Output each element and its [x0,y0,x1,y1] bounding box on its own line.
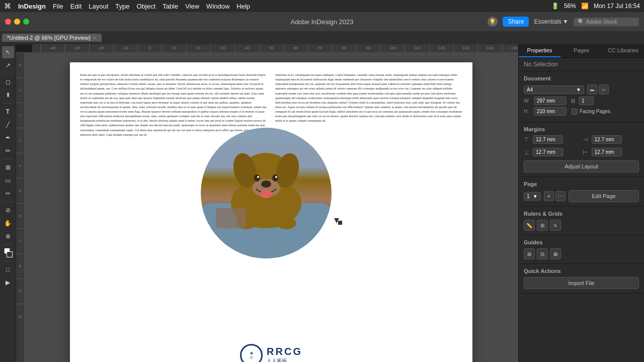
document-page: Itium am que et qui cuscipsunt, aborit e… [70,62,472,362]
facing-pages-checkbox[interactable] [572,109,578,115]
page-number-input[interactable]: 1 ▼ [524,192,541,201]
title-bar-actions: 💡 Share Essentials ▼ 🔍 Adobe Stock [488,17,639,27]
pencil-tool[interactable]: ✏ [2,145,14,157]
menu-table[interactable]: Table [163,3,178,10]
page-tool[interactable]: ◻ [2,76,14,88]
margin-left-icon: ⊢ [583,149,588,156]
rectangle-frame-tool[interactable]: ⊠ [2,161,14,173]
line-tool[interactable]: ╱ [2,119,14,131]
apple-menu[interactable]: ⌘ [4,2,11,10]
current-page-num: 1 [527,194,530,199]
menu-view[interactable]: View [185,3,199,10]
vruler-inner: 0 1 2 3 4 5 6 7 8 9 10 [16,52,24,329]
rrcg-text: RRCG [267,346,302,357]
margins-section-title: Margins [524,126,639,132]
direct-select-tool[interactable]: ↗ [2,59,14,71]
gap-tool[interactable]: ⬍ [2,89,14,101]
fill-stroke-tool[interactable] [2,247,14,259]
essentials-dropdown[interactable]: Essentials ▼ [534,18,569,25]
properties-tab[interactable]: Properties [519,44,560,57]
margin-right-input[interactable] [592,135,622,144]
portrait-btn[interactable]: ▬ [587,84,597,95]
vertical-ruler: 0 1 2 3 4 5 6 7 8 9 10 [16,52,24,362]
normal-mode-tool[interactable]: □ [2,263,14,276]
rectangle-tool[interactable]: ▭ [2,174,14,187]
tab-close-icon[interactable]: ✕ [93,35,97,41]
guides-icons: ⊞ ⊟ ⊠ [524,248,639,259]
guides-icon-3[interactable]: ⊠ [550,248,561,259]
page-section: Page 1 ▼ + ⋯ Edit Page [519,177,644,207]
import-file-button[interactable]: Import File [524,277,639,289]
ruler-icon[interactable]: 📏 [524,220,535,231]
grid-icon[interactable]: ⊞ [537,220,548,231]
margin-top-input[interactable] [533,135,563,144]
pen-tool[interactable]: ✒ [2,132,14,144]
watermark: ⊛ ⬡ RRCG 人人索画 [240,344,302,362]
adobe-stock-search[interactable]: 🔍 Adobe Stock [574,18,639,26]
right-text: omnimus id et, corumquam net quas expliq… [275,72,462,123]
page-orientation-btns: ▬ ▭ [587,84,609,95]
svg-point-11 [275,176,277,178]
eyedropper-tool[interactable]: ⊘ [2,204,14,216]
hand-tool[interactable]: ✋ [2,217,14,229]
ruler-numbers-h: -40 -30 -20 -10 0 10 20 30 40 50 60 70 8… [40,44,518,52]
pages-tab[interactable]: Pages [560,44,602,57]
width-num-input[interactable] [579,97,594,105]
maximize-button[interactable] [23,19,29,25]
tool-separator-1 [3,73,13,74]
margin-left-input[interactable] [592,148,622,156]
quick-actions-title: Quick Actions [524,268,639,274]
svg-point-8 [254,174,260,182]
landscape-btn[interactable]: ▭ [599,84,609,95]
page-section-title: Page [524,181,639,187]
dog-image-circle [201,128,332,258]
scissors-tool[interactable]: ✂ [2,188,14,200]
help-icon[interactable]: 💡 [488,17,498,27]
adjust-layout-button[interactable]: Adjust Layout [524,160,639,172]
essentials-label: Essentials [534,18,561,25]
tool-separator-4 [3,202,13,202]
menu-window[interactable]: Window [206,3,229,10]
text-column-right: omnimus id et, corumquam net quas expliq… [275,72,462,137]
document-tab[interactable]: *Untitled-2 @ 66% [GPU Preview] ✕ [2,34,102,42]
page-options-button[interactable]: ⋯ [555,191,566,201]
page-size-dropdown[interactable]: A4 ▼ [524,85,584,94]
menu-object[interactable]: Object [137,3,156,10]
traffic-lights [5,19,29,25]
zoom-tool[interactable]: ⊕ [2,230,14,242]
svg-point-10 [257,176,259,178]
svg-point-6 [261,180,271,188]
type-tool[interactable]: T [2,106,14,118]
width-row: W: ⛓ [524,97,639,105]
share-button[interactable]: Share [503,17,529,27]
margin-bottom-input[interactable] [533,148,563,156]
margin-bottom-row: ⊥ [524,148,581,156]
margins-section: Margins ⊤ ⊣ ⊥ ⊢ Adjust L [519,122,644,177]
margin-right-icon: ⊣ [583,136,588,143]
menu-layout[interactable]: Layout [89,3,108,10]
canvas-area[interactable]: Itium am que et qui cuscipsunt, aborit e… [24,52,518,362]
tool-separator-2 [3,103,13,104]
document-section-title: Document [524,75,639,81]
edit-page-button[interactable]: Edit Page [569,190,639,202]
menu-type[interactable]: Type [115,3,129,10]
dropdown-arrow: ▼ [576,87,581,93]
tool-separator-6 [3,261,13,261]
guides-icon-1[interactable]: ⊞ [524,248,535,259]
height-input[interactable] [534,107,567,116]
margin-right-row: ⊣ [583,135,639,144]
menu-edit[interactable]: Edit [70,3,82,10]
guides-icon-2[interactable]: ⊟ [537,248,548,259]
close-button[interactable] [5,19,11,25]
rulers-grids-icons: 📏 ⊞ ≡ [524,220,639,231]
minimize-button[interactable] [14,19,20,25]
title-bar: Adobe InDesign 2023 💡 Share Essentials ▼… [0,12,644,31]
menu-file[interactable]: File [53,3,63,10]
cc-libraries-tab[interactable]: CC Libraries [602,44,644,57]
add-page-button[interactable]: + [544,191,554,201]
baseline-grid-icon[interactable]: ≡ [550,220,561,231]
menu-help[interactable]: Help [236,3,250,10]
preview-mode-tool[interactable]: ▶ [2,277,14,289]
width-input[interactable] [534,97,567,105]
select-tool[interactable]: ↖ [2,46,14,58]
